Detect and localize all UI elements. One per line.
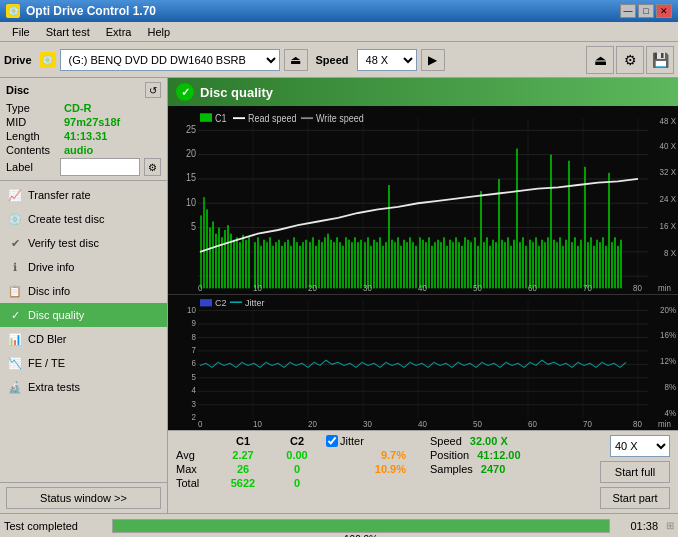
disc-mid-label: MID: [6, 116, 64, 128]
sidebar-nav: 📈 Transfer rate 💿 Create test disc ✔ Ver…: [0, 181, 167, 482]
chart2: 10 9 8 7 6 5 4 3 2 20% 16% 12% 8% 4%: [168, 295, 678, 430]
minimize-button[interactable]: —: [620, 4, 636, 18]
svg-rect-77: [388, 185, 390, 288]
svg-rect-31: [245, 240, 247, 289]
sidebar-item-fe-te[interactable]: 📉 FE / TE: [0, 351, 167, 375]
disc-label-input[interactable]: [60, 158, 140, 176]
sidebar-item-disc-quality[interactable]: ✓ Disc quality: [0, 303, 167, 327]
speed-label: Speed: [316, 54, 349, 66]
sidebar-item-extra-tests-label: Extra tests: [28, 381, 80, 393]
svg-rect-136: [568, 161, 570, 289]
svg-text:4: 4: [192, 387, 197, 396]
svg-rect-19: [209, 228, 211, 289]
menu-start-test[interactable]: Start test: [38, 24, 98, 40]
status-window-button[interactable]: Status window >>: [6, 487, 161, 509]
max-label: Max: [176, 463, 214, 475]
svg-text:10: 10: [187, 306, 196, 315]
speed-info: Speed 32.00 X Position 41:12.00 Samples …: [430, 435, 521, 475]
svg-rect-99: [455, 237, 457, 288]
sidebar-item-drive-info[interactable]: ℹ Drive info: [0, 255, 167, 279]
svg-rect-126: [538, 246, 540, 289]
svg-rect-97: [449, 240, 451, 289]
svg-rect-68: [360, 240, 362, 289]
speed-apply-button[interactable]: ▶: [421, 49, 445, 71]
maximize-button[interactable]: □: [638, 4, 654, 18]
svg-rect-108: [483, 242, 485, 288]
svg-rect-80: [397, 237, 399, 288]
menu-help[interactable]: Help: [139, 24, 178, 40]
svg-text:48 X: 48 X: [660, 115, 676, 126]
svg-rect-30: [242, 235, 244, 288]
svg-text:80: 80: [633, 282, 642, 293]
speed-select[interactable]: 48 X: [357, 49, 417, 71]
drive-refresh-button[interactable]: ⏏: [284, 49, 308, 71]
disc-contents-row: Contents audio: [6, 144, 161, 156]
disc-length-value: 41:13.31: [64, 130, 107, 142]
svg-rect-133: [559, 237, 561, 288]
charts-container: 25 20 15 10 5 48 X 40 X 32 X 24 X 16 X 8…: [168, 106, 678, 430]
chart1-svg: 25 20 15 10 5 48 X 40 X 32 X 24 X 16 X 8…: [168, 106, 678, 294]
sidebar-item-disc-info[interactable]: 📋 Disc info: [0, 279, 167, 303]
disc-header: Disc ↺: [6, 82, 161, 98]
stats-c1-header: C1: [218, 435, 268, 447]
disc-refresh-button[interactable]: ↺: [145, 82, 161, 98]
max-c1-value: 26: [218, 463, 268, 475]
stats-c2-header: C2: [272, 435, 322, 447]
svg-text:Write speed: Write speed: [316, 112, 364, 124]
transfer-rate-icon: 📈: [8, 188, 22, 202]
start-full-button[interactable]: Start full: [600, 461, 670, 483]
svg-text:24 X: 24 X: [660, 193, 676, 204]
sidebar-item-cd-bler[interactable]: 📊 CD Bler: [0, 327, 167, 351]
cd-bler-icon: 📊: [8, 332, 22, 346]
verify-test-disc-icon: ✔: [8, 236, 22, 250]
svg-text:40: 40: [418, 421, 427, 430]
test-speed-select[interactable]: 40 X: [610, 435, 670, 457]
svg-rect-116: [507, 237, 509, 288]
window-controls[interactable]: — □ ✕: [620, 4, 672, 18]
svg-text:4%: 4%: [664, 409, 676, 418]
settings-button[interactable]: ⚙: [616, 46, 644, 74]
stats-max-row: Max 26 0 10.9%: [176, 463, 406, 475]
svg-rect-73: [376, 242, 378, 288]
jitter-checkbox[interactable]: [326, 435, 338, 447]
svg-rect-138: [574, 237, 576, 288]
stats-total-row: Total 5622 0: [176, 477, 406, 489]
menu-extra[interactable]: Extra: [98, 24, 140, 40]
svg-rect-46: [293, 237, 295, 288]
svg-rect-151: [614, 237, 616, 288]
close-button[interactable]: ✕: [656, 4, 672, 18]
svg-text:16%: 16%: [660, 332, 676, 341]
disc-mid-value: 97m27s18f: [64, 116, 120, 128]
sidebar-item-transfer-rate[interactable]: 📈 Transfer rate: [0, 183, 167, 207]
svg-rect-111: [492, 240, 494, 289]
sidebar-item-create-test-disc[interactable]: 💿 Create test disc: [0, 207, 167, 231]
svg-rect-144: [593, 246, 595, 289]
svg-rect-27: [233, 240, 235, 289]
svg-rect-54: [318, 240, 320, 289]
sidebar-item-verify-test-disc[interactable]: ✔ Verify test disc: [0, 231, 167, 255]
svg-rect-43: [284, 242, 286, 288]
disc-label-edit-button[interactable]: ⚙: [144, 158, 161, 176]
create-test-disc-icon: 💿: [8, 212, 22, 226]
svg-text:16 X: 16 X: [660, 220, 676, 231]
svg-rect-131: [553, 240, 555, 289]
svg-rect-121: [522, 237, 524, 288]
svg-text:30: 30: [363, 282, 372, 293]
speed-area: Speed 48 X ▶: [316, 49, 445, 71]
menu-file[interactable]: File: [4, 24, 38, 40]
drive-select[interactable]: (G:) BENQ DVD DD DW1640 BSRB: [60, 49, 280, 71]
sidebar-item-disc-quality-label: Disc quality: [28, 309, 84, 321]
sidebar-item-extra-tests[interactable]: 🔬 Extra tests: [0, 375, 167, 399]
save-button[interactable]: 💾: [646, 46, 674, 74]
eject-button[interactable]: ⏏: [586, 46, 614, 74]
svg-text:80: 80: [633, 421, 642, 430]
svg-rect-117: [510, 246, 512, 289]
toolbar-icon-group: ⏏ ⚙ 💾: [586, 46, 674, 74]
svg-rect-47: [296, 242, 298, 288]
svg-rect-64: [348, 240, 350, 289]
svg-text:8%: 8%: [664, 384, 676, 393]
stats-area: C1 C2 Jitter Avg 2.27 0.00 9.7% Max: [168, 430, 678, 513]
svg-rect-83: [406, 242, 408, 288]
start-part-button[interactable]: Start part: [600, 487, 670, 509]
svg-text:20: 20: [186, 147, 196, 159]
